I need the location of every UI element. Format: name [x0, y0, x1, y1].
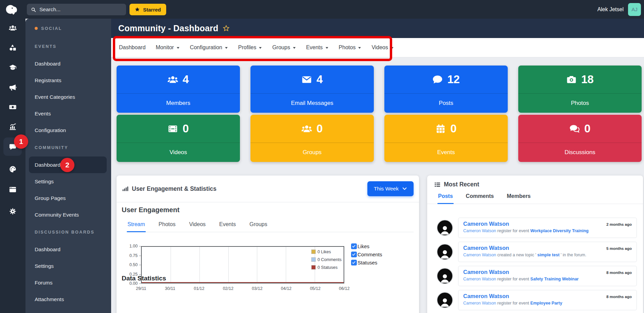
- engagement-tab-stream[interactable]: Stream: [127, 221, 146, 232]
- stat-label: Groups: [250, 143, 374, 162]
- sidebar-item-configuration[interactable]: Configuration: [25, 122, 111, 139]
- engagement-tab-groups[interactable]: Groups: [249, 221, 268, 232]
- users-icon: [9, 24, 17, 32]
- legend-swatch-icon: [311, 257, 316, 262]
- nav-item-dashboard[interactable]: Dashboard: [119, 44, 145, 51]
- nav-item-videos[interactable]: Videos: [371, 44, 394, 51]
- sidebar-item-dashboard[interactable]: Dashboard2: [29, 156, 107, 173]
- recent-list-item: Cameron Watson5 months agoCameron Watson…: [437, 242, 637, 262]
- sidebar-section-header-discussion-boards: DISCUSSION BOARDS: [25, 223, 111, 241]
- stat-label: Photos: [518, 94, 642, 113]
- recent-panel-header: Most Recent: [434, 181, 479, 188]
- app-logo[interactable]: [4, 3, 18, 16]
- rail-item-megaphone[interactable]: [3, 78, 22, 96]
- engagement-tab-photos[interactable]: Photos: [158, 221, 176, 232]
- target-link[interactable]: simple test: [537, 253, 559, 257]
- checkbox-checked-icon[interactable]: [351, 260, 357, 265]
- recent-item-card[interactable]: Cameron Watson8 months agoCameron Watson…: [458, 290, 637, 310]
- x-axis-tick-label: 30/11: [165, 286, 175, 291]
- favorite-star-icon[interactable]: [223, 25, 230, 32]
- gear-icon: [9, 207, 17, 215]
- rail-item-palette[interactable]: [3, 160, 22, 178]
- nav-item-configuration[interactable]: Configuration: [190, 44, 228, 51]
- stat-card-photos[interactable]: 18Photos: [518, 66, 642, 113]
- search-input[interactable]: [39, 6, 122, 13]
- stat-card-groups[interactable]: 0Groups: [250, 115, 374, 162]
- engagement-panel: User Engagement & Statistics This Week U…: [117, 176, 419, 313]
- series-toggle-statuses[interactable]: Statuses: [351, 258, 382, 266]
- sidebar-item-registrants[interactable]: Registrants: [25, 72, 111, 89]
- person-icon: [439, 296, 451, 308]
- stat-card-discussions[interactable]: 0Discussions: [518, 115, 642, 162]
- search-box[interactable]: [27, 4, 126, 15]
- palette-icon: [9, 165, 17, 173]
- rail-item-gear[interactable]: [3, 202, 22, 220]
- caret-down-icon: [358, 46, 361, 50]
- stat-card-top: 0: [384, 115, 508, 143]
- checkbox-checked-icon[interactable]: [351, 243, 357, 249]
- nav-item-profiles[interactable]: Profiles: [238, 44, 262, 51]
- x-axis-tick-label: 02/12: [223, 286, 233, 291]
- recent-item-name-link[interactable]: Cameron Watson: [463, 269, 509, 275]
- recent-item-name-link[interactable]: Cameron Watson: [463, 221, 509, 227]
- recent-tab-members[interactable]: Members: [506, 193, 531, 204]
- user-avatar[interactable]: AJ: [628, 3, 641, 16]
- series-toggle-likes[interactable]: Likes: [351, 242, 382, 250]
- sidebar-item-events[interactable]: Events: [25, 105, 111, 122]
- starred-button[interactable]: Starred: [129, 4, 166, 15]
- y-axis-tick-label: 0.75: [129, 253, 138, 258]
- engagement-tab-videos[interactable]: Videos: [188, 221, 206, 232]
- target-link[interactable]: Employee Party: [530, 301, 562, 306]
- actor-link[interactable]: Cameron Watson: [463, 277, 496, 281]
- sidebar-item-community-events[interactable]: Community Events: [25, 206, 111, 223]
- actor-link[interactable]: Cameron Watson: [463, 228, 496, 233]
- nav-item-label: Configuration: [190, 44, 222, 51]
- nav-item-photos[interactable]: Photos: [339, 44, 362, 51]
- recent-item-name-link[interactable]: Cameron Watson: [463, 245, 509, 251]
- engagement-tab-events[interactable]: Events: [219, 221, 237, 232]
- action-text: created a new topic ': [496, 253, 537, 257]
- stat-card-events[interactable]: 0Events: [384, 115, 508, 162]
- stat-card-members[interactable]: 4Members: [117, 66, 240, 113]
- period-select-button[interactable]: This Week: [367, 181, 414, 196]
- sidebar-item-forums[interactable]: Forums: [25, 274, 111, 291]
- stat-card-posts[interactable]: 12Posts: [384, 66, 508, 113]
- sidebar-item-attachments[interactable]: Attachments: [25, 291, 111, 308]
- recent-item-card[interactable]: Cameron Watson8 months agoCameron Watson…: [458, 266, 637, 286]
- x-axis-tick-label: 03/12: [252, 286, 262, 291]
- sidebar-item-event-categories[interactable]: Event Categories: [25, 89, 111, 105]
- stat-card-videos[interactable]: 0Videos: [117, 115, 240, 162]
- actor-link[interactable]: Cameron Watson: [463, 301, 496, 306]
- stat-card-email-messages[interactable]: 4Email Messages: [250, 66, 374, 113]
- nav-item-monitor[interactable]: Monitor: [156, 44, 179, 51]
- stat-value: 4: [316, 73, 323, 86]
- recent-item-card[interactable]: Cameron Watson2 months agoCameron Watson…: [458, 218, 637, 238]
- target-link[interactable]: Workplace Diversity Training: [530, 228, 589, 233]
- sidebar-item-dashboard[interactable]: Dashboard: [25, 55, 111, 72]
- rail-item-graduation-cap[interactable]: [3, 58, 22, 76]
- sidebar-item-settings[interactable]: Settings: [25, 258, 111, 274]
- sidebar-item-label: Dashboard: [35, 162, 60, 168]
- rail-item-chart[interactable]: [3, 117, 22, 136]
- recent-tab-posts[interactable]: Posts: [437, 193, 454, 204]
- film-icon: [168, 124, 178, 134]
- secondary-nav: DashboardMonitorConfigurationProfilesGro…: [111, 38, 644, 57]
- sidebar-item-group-pages[interactable]: Group Pages: [25, 190, 111, 206]
- recent-item-card[interactable]: Cameron Watson5 months agoCameron Watson…: [458, 242, 637, 262]
- rail-item-users[interactable]: [3, 19, 22, 37]
- rail-item-money[interactable]: [3, 98, 22, 116]
- series-toggle-comments[interactable]: Comments: [351, 250, 382, 258]
- caret-down-icon: [390, 46, 394, 50]
- target-link[interactable]: Safety Training Webinar: [530, 277, 579, 281]
- rail-item-window[interactable]: [3, 180, 22, 199]
- rail-item-blocks[interactable]: [3, 38, 22, 57]
- sidebar-item-dashboard[interactable]: Dashboard: [25, 241, 111, 258]
- legend-label: 0 Statuses: [317, 265, 337, 270]
- checkbox-checked-icon[interactable]: [351, 252, 357, 257]
- nav-item-groups[interactable]: Groups: [272, 44, 296, 51]
- nav-item-events[interactable]: Events: [306, 44, 329, 51]
- sidebar-item-settings[interactable]: Settings: [25, 173, 111, 190]
- actor-link[interactable]: Cameron Watson: [463, 253, 496, 257]
- recent-item-name-link[interactable]: Cameron Watson: [463, 293, 509, 299]
- recent-tab-comments[interactable]: Comments: [465, 193, 495, 204]
